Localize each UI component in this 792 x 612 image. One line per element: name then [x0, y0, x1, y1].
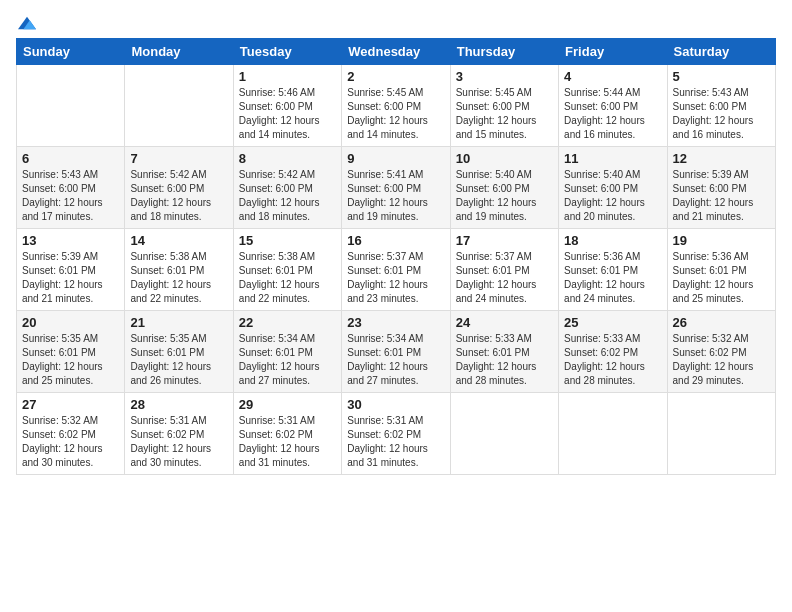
day-number: 14: [130, 233, 227, 248]
day-number: 16: [347, 233, 444, 248]
day-info: Sunrise: 5:43 AMSunset: 6:00 PMDaylight:…: [22, 168, 119, 224]
day-info: Sunrise: 5:42 AMSunset: 6:00 PMDaylight:…: [239, 168, 336, 224]
weekday-header-tuesday: Tuesday: [233, 39, 341, 65]
day-number: 4: [564, 69, 661, 84]
logo: [16, 16, 36, 30]
day-info: Sunrise: 5:41 AMSunset: 6:00 PMDaylight:…: [347, 168, 444, 224]
day-number: 29: [239, 397, 336, 412]
day-number: 10: [456, 151, 553, 166]
day-info: Sunrise: 5:35 AMSunset: 6:01 PMDaylight:…: [130, 332, 227, 388]
calendar-cell: 5Sunrise: 5:43 AMSunset: 6:00 PMDaylight…: [667, 65, 775, 147]
weekday-header-sunday: Sunday: [17, 39, 125, 65]
calendar-cell: 1Sunrise: 5:46 AMSunset: 6:00 PMDaylight…: [233, 65, 341, 147]
day-number: 22: [239, 315, 336, 330]
calendar-cell: 20Sunrise: 5:35 AMSunset: 6:01 PMDayligh…: [17, 311, 125, 393]
calendar-cell: 4Sunrise: 5:44 AMSunset: 6:00 PMDaylight…: [559, 65, 667, 147]
calendar-cell: 30Sunrise: 5:31 AMSunset: 6:02 PMDayligh…: [342, 393, 450, 475]
day-number: 2: [347, 69, 444, 84]
day-number: 21: [130, 315, 227, 330]
calendar-cell: 19Sunrise: 5:36 AMSunset: 6:01 PMDayligh…: [667, 229, 775, 311]
day-info: Sunrise: 5:32 AMSunset: 6:02 PMDaylight:…: [673, 332, 770, 388]
day-info: Sunrise: 5:45 AMSunset: 6:00 PMDaylight:…: [456, 86, 553, 142]
calendar-week-row: 20Sunrise: 5:35 AMSunset: 6:01 PMDayligh…: [17, 311, 776, 393]
day-number: 30: [347, 397, 444, 412]
calendar-cell: 15Sunrise: 5:38 AMSunset: 6:01 PMDayligh…: [233, 229, 341, 311]
calendar-cell: 23Sunrise: 5:34 AMSunset: 6:01 PMDayligh…: [342, 311, 450, 393]
calendar-cell: [559, 393, 667, 475]
day-number: 23: [347, 315, 444, 330]
day-number: 8: [239, 151, 336, 166]
calendar-cell: 27Sunrise: 5:32 AMSunset: 6:02 PMDayligh…: [17, 393, 125, 475]
day-number: 12: [673, 151, 770, 166]
day-number: 5: [673, 69, 770, 84]
day-info: Sunrise: 5:38 AMSunset: 6:01 PMDaylight:…: [130, 250, 227, 306]
calendar-cell: [450, 393, 558, 475]
calendar-cell: [667, 393, 775, 475]
calendar-cell: 7Sunrise: 5:42 AMSunset: 6:00 PMDaylight…: [125, 147, 233, 229]
day-number: 15: [239, 233, 336, 248]
calendar-week-row: 27Sunrise: 5:32 AMSunset: 6:02 PMDayligh…: [17, 393, 776, 475]
day-number: 20: [22, 315, 119, 330]
day-number: 19: [673, 233, 770, 248]
day-info: Sunrise: 5:45 AMSunset: 6:00 PMDaylight:…: [347, 86, 444, 142]
day-info: Sunrise: 5:31 AMSunset: 6:02 PMDaylight:…: [239, 414, 336, 470]
calendar-cell: 28Sunrise: 5:31 AMSunset: 6:02 PMDayligh…: [125, 393, 233, 475]
calendar-cell: 22Sunrise: 5:34 AMSunset: 6:01 PMDayligh…: [233, 311, 341, 393]
day-number: 27: [22, 397, 119, 412]
day-info: Sunrise: 5:37 AMSunset: 6:01 PMDaylight:…: [456, 250, 553, 306]
logo-icon: [18, 16, 36, 30]
calendar: SundayMondayTuesdayWednesdayThursdayFrid…: [16, 38, 776, 475]
calendar-week-row: 1Sunrise: 5:46 AMSunset: 6:00 PMDaylight…: [17, 65, 776, 147]
day-number: 17: [456, 233, 553, 248]
day-info: Sunrise: 5:34 AMSunset: 6:01 PMDaylight:…: [347, 332, 444, 388]
day-info: Sunrise: 5:43 AMSunset: 6:00 PMDaylight:…: [673, 86, 770, 142]
day-info: Sunrise: 5:39 AMSunset: 6:01 PMDaylight:…: [22, 250, 119, 306]
day-info: Sunrise: 5:42 AMSunset: 6:00 PMDaylight:…: [130, 168, 227, 224]
day-info: Sunrise: 5:37 AMSunset: 6:01 PMDaylight:…: [347, 250, 444, 306]
day-number: 3: [456, 69, 553, 84]
day-number: 28: [130, 397, 227, 412]
calendar-cell: 29Sunrise: 5:31 AMSunset: 6:02 PMDayligh…: [233, 393, 341, 475]
calendar-cell: 6Sunrise: 5:43 AMSunset: 6:00 PMDaylight…: [17, 147, 125, 229]
day-info: Sunrise: 5:38 AMSunset: 6:01 PMDaylight:…: [239, 250, 336, 306]
day-info: Sunrise: 5:46 AMSunset: 6:00 PMDaylight:…: [239, 86, 336, 142]
day-info: Sunrise: 5:32 AMSunset: 6:02 PMDaylight:…: [22, 414, 119, 470]
day-number: 9: [347, 151, 444, 166]
calendar-cell: 14Sunrise: 5:38 AMSunset: 6:01 PMDayligh…: [125, 229, 233, 311]
weekday-header-friday: Friday: [559, 39, 667, 65]
calendar-cell: 16Sunrise: 5:37 AMSunset: 6:01 PMDayligh…: [342, 229, 450, 311]
day-number: 26: [673, 315, 770, 330]
day-number: 24: [456, 315, 553, 330]
calendar-cell: 10Sunrise: 5:40 AMSunset: 6:00 PMDayligh…: [450, 147, 558, 229]
calendar-cell: 11Sunrise: 5:40 AMSunset: 6:00 PMDayligh…: [559, 147, 667, 229]
calendar-cell: [17, 65, 125, 147]
calendar-cell: 12Sunrise: 5:39 AMSunset: 6:00 PMDayligh…: [667, 147, 775, 229]
day-number: 7: [130, 151, 227, 166]
day-info: Sunrise: 5:33 AMSunset: 6:01 PMDaylight:…: [456, 332, 553, 388]
weekday-header-saturday: Saturday: [667, 39, 775, 65]
calendar-cell: 24Sunrise: 5:33 AMSunset: 6:01 PMDayligh…: [450, 311, 558, 393]
calendar-cell: 21Sunrise: 5:35 AMSunset: 6:01 PMDayligh…: [125, 311, 233, 393]
calendar-cell: 2Sunrise: 5:45 AMSunset: 6:00 PMDaylight…: [342, 65, 450, 147]
calendar-cell: 25Sunrise: 5:33 AMSunset: 6:02 PMDayligh…: [559, 311, 667, 393]
calendar-week-row: 13Sunrise: 5:39 AMSunset: 6:01 PMDayligh…: [17, 229, 776, 311]
weekday-header-thursday: Thursday: [450, 39, 558, 65]
calendar-cell: [125, 65, 233, 147]
weekday-header-wednesday: Wednesday: [342, 39, 450, 65]
day-info: Sunrise: 5:36 AMSunset: 6:01 PMDaylight:…: [673, 250, 770, 306]
day-info: Sunrise: 5:40 AMSunset: 6:00 PMDaylight:…: [456, 168, 553, 224]
day-number: 18: [564, 233, 661, 248]
day-info: Sunrise: 5:33 AMSunset: 6:02 PMDaylight:…: [564, 332, 661, 388]
header: [16, 16, 776, 30]
calendar-cell: 3Sunrise: 5:45 AMSunset: 6:00 PMDaylight…: [450, 65, 558, 147]
day-info: Sunrise: 5:35 AMSunset: 6:01 PMDaylight:…: [22, 332, 119, 388]
calendar-cell: 18Sunrise: 5:36 AMSunset: 6:01 PMDayligh…: [559, 229, 667, 311]
day-info: Sunrise: 5:34 AMSunset: 6:01 PMDaylight:…: [239, 332, 336, 388]
day-info: Sunrise: 5:44 AMSunset: 6:00 PMDaylight:…: [564, 86, 661, 142]
calendar-cell: 17Sunrise: 5:37 AMSunset: 6:01 PMDayligh…: [450, 229, 558, 311]
weekday-header-monday: Monday: [125, 39, 233, 65]
day-number: 11: [564, 151, 661, 166]
day-info: Sunrise: 5:36 AMSunset: 6:01 PMDaylight:…: [564, 250, 661, 306]
day-number: 13: [22, 233, 119, 248]
day-info: Sunrise: 5:31 AMSunset: 6:02 PMDaylight:…: [347, 414, 444, 470]
